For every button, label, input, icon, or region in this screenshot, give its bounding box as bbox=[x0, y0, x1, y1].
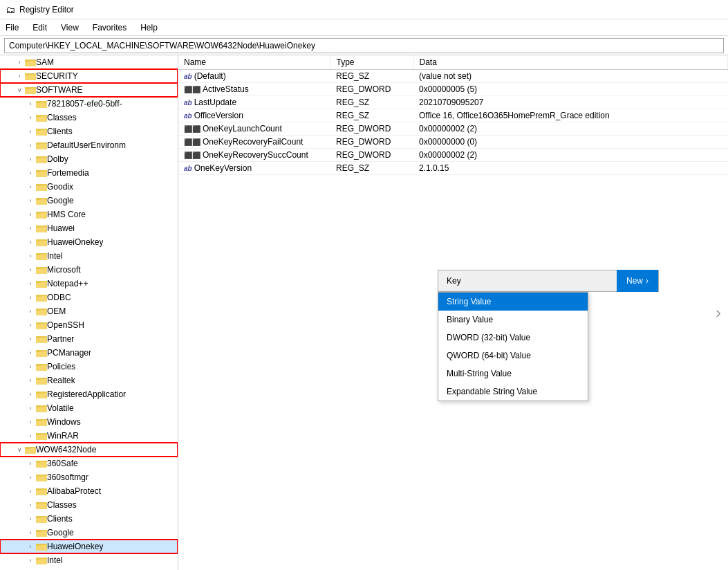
tree-item-security[interactable]: › SECURITY bbox=[0, 69, 178, 83]
tree-item-classes2[interactable]: › Classes bbox=[0, 498, 178, 512]
submenu-item-qword-value[interactable]: QWORD (64-bit) Value bbox=[438, 347, 588, 365]
tree-item-goodix[interactable]: › Goodix bbox=[0, 180, 178, 194]
submenu-item-dword-value[interactable]: DWORD (32-bit) Value bbox=[438, 329, 588, 347]
tree-item-odbc[interactable]: › ODBC bbox=[0, 291, 178, 304]
table-row[interactable]: abOneKeyVersionREG_SZ2.1.0.15 bbox=[178, 162, 728, 175]
tree-item-openssh[interactable]: › OpenSSH bbox=[0, 318, 178, 332]
tree-item-classes[interactable]: › Classes bbox=[0, 111, 178, 125]
expand-dolby[interactable]: › bbox=[25, 154, 36, 165]
tree-item-defaultuserenv[interactable]: › DefaultUserEnvironm bbox=[0, 138, 178, 152]
tree-item-registeredapps[interactable]: › RegisteredApplicatior bbox=[0, 387, 178, 401]
address-input[interactable] bbox=[4, 38, 724, 53]
tree-item-realtek[interactable]: › Realtek bbox=[0, 374, 178, 387]
tree-item-intel2[interactable]: › Intel bbox=[0, 553, 178, 567]
expand-wow6432node[interactable]: ∨ bbox=[14, 444, 25, 455]
expand-goodix[interactable]: › bbox=[25, 181, 36, 192]
tree-panel[interactable]: › SAM › SECURITY ∨ SOFTWARE › 78218057-e… bbox=[0, 55, 178, 570]
tree-item-360softmgr[interactable]: › 360softmgr bbox=[0, 470, 178, 484]
expand-openssh[interactable]: › bbox=[25, 320, 36, 331]
new-button[interactable]: New › bbox=[617, 270, 658, 292]
expand-classes2[interactable]: › bbox=[25, 499, 36, 511]
tree-item-livoupdate360[interactable]: › LivdUpdate360 bbox=[0, 567, 178, 570]
table-row[interactable]: ⬛⬛ActiveStatusREG_DWORD0x00000005 (5) bbox=[178, 83, 728, 96]
expand-defaultuserenv[interactable]: › bbox=[25, 140, 36, 151]
tree-item-fortemedia[interactable]: › Fortemedia bbox=[0, 166, 178, 180]
expand-huaweionekey-sw[interactable]: › bbox=[25, 237, 36, 248]
expand-intel-sw[interactable]: › bbox=[25, 250, 36, 261]
tree-item-google2[interactable]: › Google bbox=[0, 526, 178, 540]
expand-sam[interactable]: › bbox=[14, 57, 25, 68]
expand-360safe[interactable]: › bbox=[25, 458, 36, 469]
menu-item-file[interactable]: File bbox=[3, 21, 21, 34]
expand-windows[interactable]: › bbox=[25, 416, 36, 428]
menu-item-view[interactable]: View bbox=[58, 21, 82, 34]
tree-item-windows[interactable]: › Windows bbox=[0, 415, 178, 429]
tree-item-huaweionekey2[interactable]: › HuaweiOnekey bbox=[0, 540, 178, 553]
tree-item-7821[interactable]: › 78218057-efe0-5bff- bbox=[0, 97, 178, 111]
menu-item-edit[interactable]: Edit bbox=[30, 21, 50, 34]
expand-360softmgr[interactable]: › bbox=[25, 472, 36, 483]
tree-item-software[interactable]: ∨ SOFTWARE bbox=[0, 83, 178, 97]
tree-item-wow6432node[interactable]: ∨ WOW6432Node bbox=[0, 443, 178, 457]
expand-oem[interactable]: › bbox=[25, 306, 36, 317]
expand-clients[interactable]: › bbox=[25, 126, 36, 137]
tree-item-google[interactable]: › Google bbox=[0, 194, 178, 208]
tree-item-clients[interactable]: › Clients bbox=[0, 125, 178, 138]
expand-fortemedia[interactable]: › bbox=[25, 167, 36, 178]
expand-notepadpp[interactable]: › bbox=[25, 278, 36, 289]
table-row[interactable]: abOfficeVersionREG_SZOffice 16, Office16… bbox=[178, 109, 728, 122]
submenu-item-binary-value[interactable]: Binary Value bbox=[438, 311, 588, 329]
submenu-item-string-value[interactable]: String Value bbox=[438, 293, 588, 311]
expand-huawei[interactable]: › bbox=[25, 223, 36, 234]
expand-huaweionekey2[interactable]: › bbox=[25, 541, 36, 552]
expand-partner[interactable]: › bbox=[25, 333, 36, 344]
expand-7821[interactable]: › bbox=[25, 98, 36, 109]
tree-item-partner[interactable]: › Partner bbox=[0, 332, 178, 346]
expand-hmscore[interactable]: › bbox=[25, 209, 36, 220]
expand-software[interactable]: ∨ bbox=[14, 84, 25, 95]
expand-policies[interactable]: › bbox=[25, 361, 36, 372]
table-row[interactable]: ⬛⬛OneKeyLaunchCountREG_DWORD0x00000002 (… bbox=[178, 122, 728, 136]
expand-security[interactable]: › bbox=[14, 71, 25, 82]
submenu-item-expandable-string[interactable]: Expandable String Value bbox=[438, 383, 588, 401]
key-label[interactable]: Key bbox=[438, 272, 617, 290]
tree-item-intel-sw[interactable]: › Intel bbox=[0, 249, 178, 263]
expand-classes[interactable]: › bbox=[25, 112, 36, 123]
table-row[interactable]: ab(Default)REG_SZ(value not set) bbox=[178, 70, 728, 83]
tree-item-360safe[interactable]: › 360Safe bbox=[0, 457, 178, 470]
tree-item-dolby[interactable]: › Dolby bbox=[0, 152, 178, 166]
menu-item-help[interactable]: Help bbox=[138, 21, 160, 34]
expand-pcmanager[interactable]: › bbox=[25, 347, 36, 358]
tree-item-pcmanager[interactable]: › PCManager bbox=[0, 346, 178, 360]
expand-google[interactable]: › bbox=[25, 195, 36, 206]
scroll-right-arrow[interactable]: › bbox=[716, 303, 721, 322]
tree-item-sam[interactable]: › SAM bbox=[0, 55, 178, 69]
submenu-item-multi-string[interactable]: Multi-String Value bbox=[438, 365, 588, 383]
tree-item-hmscore[interactable]: › HMS Core bbox=[0, 208, 178, 221]
tree-item-huaweionekey-sw[interactable]: › HuaweiOnekey bbox=[0, 235, 178, 249]
key-new-bar[interactable]: Key New › bbox=[438, 270, 659, 292]
expand-intel2[interactable]: › bbox=[25, 555, 36, 566]
expand-registeredapps[interactable]: › bbox=[25, 389, 36, 400]
expand-clients2[interactable]: › bbox=[25, 513, 36, 524]
table-row[interactable]: abLastUpdateREG_SZ20210709095207 bbox=[178, 96, 728, 109]
tree-item-oem[interactable]: › OEM bbox=[0, 304, 178, 318]
tree-item-microsoft[interactable]: › Microsoft bbox=[0, 263, 178, 277]
tree-item-winrar[interactable]: › WinRAR bbox=[0, 429, 178, 443]
expand-volatile[interactable]: › bbox=[25, 403, 36, 414]
table-row[interactable]: ⬛⬛OneKeyRecoveryFailCountREG_DWORD0x0000… bbox=[178, 136, 728, 149]
expand-microsoft[interactable]: › bbox=[25, 264, 36, 275]
tree-item-huawei[interactable]: › Huawei bbox=[0, 221, 178, 235]
menu-item-favorites[interactable]: Favorites bbox=[90, 21, 129, 34]
tree-item-policies[interactable]: › Policies bbox=[0, 360, 178, 374]
expand-winrar[interactable]: › bbox=[25, 430, 36, 441]
tree-item-alibabaprotect[interactable]: › AlibabaProtect bbox=[0, 484, 178, 498]
tree-item-volatile[interactable]: › Volatile bbox=[0, 401, 178, 415]
table-row[interactable]: ⬛⬛OneKeyRecoverySuccCountREG_DWORD0x0000… bbox=[178, 149, 728, 162]
tree-item-notepadpp[interactable]: › Notepad++ bbox=[0, 277, 178, 291]
expand-odbc[interactable]: › bbox=[25, 292, 36, 303]
tree-item-clients2[interactable]: › Clients bbox=[0, 512, 178, 526]
expand-google2[interactable]: › bbox=[25, 527, 36, 538]
expand-alibabaprotect[interactable]: › bbox=[25, 486, 36, 497]
expand-realtek[interactable]: › bbox=[25, 375, 36, 386]
